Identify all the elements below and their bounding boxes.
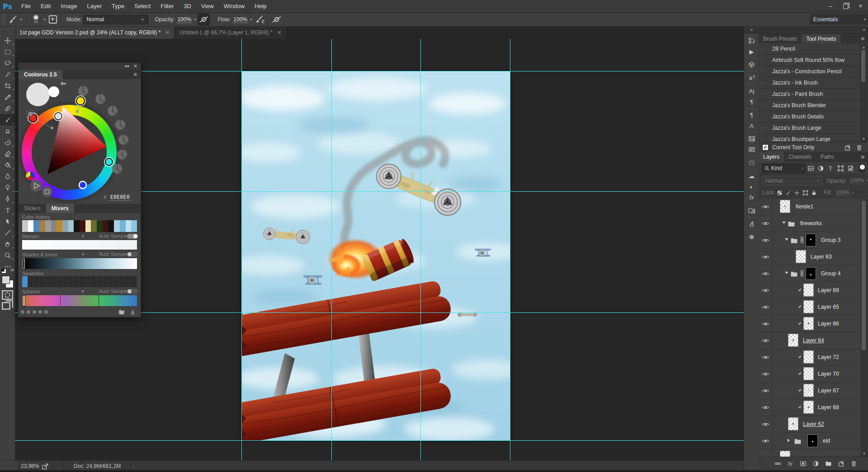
delete-layer-button[interactable] — [848, 460, 859, 468]
scheme-dot[interactable] — [27, 310, 30, 314]
zoom-tool[interactable] — [0, 250, 15, 261]
toggle-brush-panel-button[interactable] — [47, 14, 58, 25]
tab-layers[interactable]: Layers — [759, 152, 784, 162]
menu-item-edit[interactable]: Edit — [36, 3, 56, 9]
adjustment-layer-button[interactable] — [810, 460, 821, 468]
navigator-panel-icon[interactable]: ☸ — [746, 231, 757, 242]
menu-item-select[interactable]: Select — [129, 3, 156, 9]
layer-row[interactable]: Layer 62 — [759, 416, 868, 433]
swatch-empty[interactable] — [39, 276, 45, 287]
tab-close-icon[interactable]: ✕ — [165, 29, 170, 36]
swatch-empty[interactable] — [108, 276, 114, 287]
tool-preset-row[interactable]: 2B Pencil — [759, 43, 868, 55]
swatch-empty[interactable] — [51, 276, 57, 287]
harmony-knob-icon[interactable] — [95, 94, 105, 104]
hand-tool[interactable] — [0, 238, 15, 250]
layer-visibility-toggle[interactable] — [759, 198, 773, 215]
menu-item-window[interactable]: Window — [219, 3, 250, 9]
guide-horizontal-4[interactable] — [15, 440, 744, 441]
layer-thumbnail[interactable] — [803, 384, 814, 397]
layer-row[interactable]: Layer 68 — [759, 399, 868, 416]
harmony-knob-icon[interactable] — [112, 164, 122, 174]
layer-name[interactable]: Layer 66 — [818, 321, 839, 327]
layer-comps-panel-icon[interactable] — [746, 133, 757, 144]
scroll-down-icon[interactable]: ▼ — [862, 137, 866, 141]
quick-selection-tool[interactable] — [0, 69, 15, 80]
layer-name[interactable]: Layer 67 — [818, 387, 839, 394]
layer-mask-thumbnail[interactable] — [807, 434, 818, 447]
brush-tool-icon[interactable] — [7, 14, 18, 25]
coolorus-tab[interactable]: Coolorus 2.5 — [19, 70, 62, 79]
tab-tool-presets[interactable]: Tool Presets — [802, 34, 840, 43]
harmony-knob-icon[interactable] — [118, 135, 128, 145]
filter-toggle[interactable] — [859, 164, 865, 173]
history-color-swatch[interactable] — [28, 220, 34, 232]
layer-filter-kind-select[interactable]: Kind ▾ — [762, 164, 806, 173]
default-colors-icon[interactable] — [1, 269, 6, 274]
screen-mode-button[interactable] — [0, 300, 15, 311]
blur-tool[interactable] — [0, 170, 15, 182]
lock-position-icon[interactable] — [793, 189, 801, 197]
filter-image-icon[interactable] — [806, 164, 816, 173]
scheme-dot[interactable] — [44, 310, 48, 314]
layer-visibility-toggle[interactable] — [759, 215, 773, 231]
shades-tones-bar[interactable] — [22, 258, 137, 269]
coolorus-header[interactable]: ◂◂ ✕ — [19, 63, 141, 71]
document-size-field[interactable]: Doc: 24,9M/661,2M — [63, 462, 131, 471]
layer-name[interactable]: Layer 65 — [818, 304, 839, 310]
chevron-down-icon[interactable]: ▾ — [194, 17, 196, 22]
menu-item-view[interactable]: View — [196, 3, 219, 9]
swatch-empty[interactable] — [28, 276, 34, 287]
scheme-auto-sample-toggle[interactable] — [127, 289, 138, 294]
document-tab-1[interactable]: 1st page GDD Version 2.psd @ 24% (ALLT c… — [15, 26, 175, 39]
lock-pixels-icon[interactable] — [784, 189, 793, 197]
layer-row[interactable]: Layer 64 — [759, 332, 868, 349]
lock-transparency-icon[interactable] — [775, 189, 784, 197]
mask-link-icon[interactable] — [800, 236, 804, 243]
swatch-empty[interactable] — [74, 276, 80, 287]
layer-row[interactable]: Layer 69 — [759, 282, 868, 299]
layer-row[interactable]: Layer 65 — [759, 299, 868, 316]
history-color-swatch[interactable] — [51, 220, 57, 232]
layer-name[interactable]: Group 3 — [821, 237, 840, 243]
panel-menu-icon[interactable]: ≡ — [861, 34, 868, 43]
scheme-dot[interactable] — [21, 310, 24, 314]
layer-visibility-toggle[interactable] — [759, 299, 773, 315]
history-color-swatch[interactable] — [97, 220, 103, 232]
new-preset-button[interactable] — [842, 143, 853, 151]
tab-brush-presets[interactable]: Brush Presets — [759, 34, 802, 43]
scroll-down-icon[interactable]: ▼ — [862, 452, 866, 456]
filter-adjustment-icon[interactable] — [816, 164, 826, 173]
pressure-opacity-button[interactable] — [198, 14, 210, 25]
opacity-value[interactable]: 100% — [849, 177, 865, 184]
layer-row[interactable]: Layer 67 — [759, 382, 868, 399]
layer-thumbnail[interactable] — [803, 317, 814, 330]
history-panel-icon[interactable] — [746, 35, 757, 46]
mask-link-icon[interactable] — [800, 270, 804, 277]
libraries-panel-icon[interactable] — [746, 205, 757, 216]
panel-menu-icon[interactable]: ≡ — [133, 70, 141, 79]
layer-visibility-toggle[interactable] — [759, 382, 773, 399]
swatch-empty[interactable] — [114, 276, 120, 287]
menu-item-filter[interactable]: Filter — [156, 3, 179, 9]
layer-group-row[interactable]: Group 3 — [759, 232, 868, 249]
layer-name[interactable]: fiende1 — [796, 203, 813, 210]
layer-name[interactable]: Layer 69 — [818, 287, 839, 293]
clone-stamp-tool[interactable] — [0, 125, 15, 137]
layer-name[interactable]: eld — [823, 438, 830, 444]
history-color-swatch[interactable] — [33, 220, 39, 232]
menu-item-image[interactable]: Image — [56, 3, 82, 9]
clone-source-panel-icon[interactable] — [746, 72, 757, 83]
history-color-swatch[interactable] — [126, 220, 132, 232]
layer-row[interactable]: Layer 72 — [759, 349, 868, 366]
presets-scroll-thumb[interactable] — [861, 50, 865, 82]
layer-visibility-toggle[interactable] — [759, 416, 773, 432]
chevron-down-icon[interactable]: ▾ — [44, 17, 46, 22]
filter-shape-icon[interactable] — [835, 164, 845, 173]
history-color-swatch[interactable] — [120, 220, 126, 232]
menu-item-file[interactable]: File — [16, 3, 36, 9]
scheme-marker[interactable] — [23, 296, 25, 306]
tool-presets-panel-icon[interactable] — [746, 218, 757, 229]
chevron-down-icon[interactable]: ▼ — [81, 289, 85, 294]
group-expand-icon[interactable] — [788, 439, 790, 442]
